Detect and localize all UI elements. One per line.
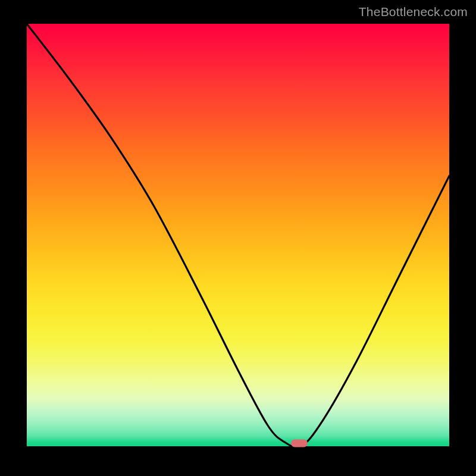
watermark-text: TheBottleneck.com — [359, 5, 468, 19]
plot-area — [27, 24, 449, 446]
chart-frame: TheBottleneck.com — [0, 0, 476, 476]
bottleneck-curve — [27, 24, 449, 446]
optimum-marker — [291, 440, 308, 447]
